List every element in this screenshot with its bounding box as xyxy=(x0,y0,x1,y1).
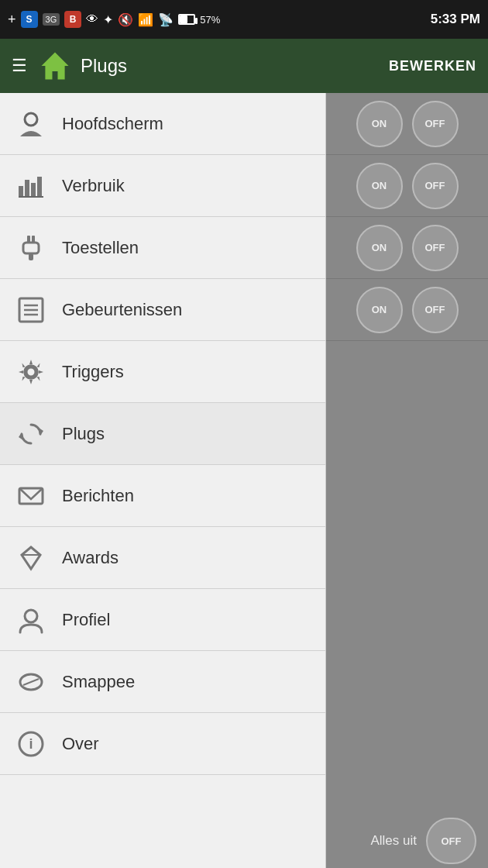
svg-rect-5 xyxy=(37,177,42,197)
info-icon: i xyxy=(14,727,48,761)
skype-icon: S xyxy=(21,11,38,28)
menu-item-over[interactable]: i Over xyxy=(0,713,325,775)
on-button-2[interactable]: ON xyxy=(356,163,403,209)
off-button-2[interactable]: OFF xyxy=(412,163,459,209)
toggle-row-1: ON OFF xyxy=(326,93,488,155)
bnr-icon: B xyxy=(64,11,81,28)
status-icons-left: + S 3G B 👁 ✦ 🔇 📶 📡 57% xyxy=(8,11,220,28)
bewerken-button[interactable]: BEWERKEN xyxy=(389,58,476,74)
person-icon xyxy=(14,603,48,637)
menu-item-verbruik[interactable]: Verbruik xyxy=(0,155,325,217)
diamond-icon xyxy=(14,541,48,575)
list-icon xyxy=(14,293,48,327)
right-panel: ON OFF ON OFF ON OFF ON OFF xyxy=(326,93,488,868)
off-button-3[interactable]: OFF xyxy=(412,225,459,271)
menu-item-smappee[interactable]: Smappee xyxy=(0,651,325,713)
menu-item-awards[interactable]: Awards xyxy=(0,527,325,589)
bottom-row: Alles uit OFF xyxy=(326,814,488,868)
menu-label-over: Over xyxy=(62,734,99,754)
menu-item-triggers[interactable]: Triggers xyxy=(0,341,325,403)
plug-icon xyxy=(14,231,48,265)
menu-item-hoofdscherm[interactable]: Hoofdscherm xyxy=(0,93,325,155)
menu-label-profiel: Profiel xyxy=(62,610,110,630)
right-spacer xyxy=(326,341,488,868)
svg-rect-3 xyxy=(25,180,29,197)
menu-label-berichten: Berichten xyxy=(62,486,134,506)
battery-icon xyxy=(178,14,195,25)
menu-label-smappee: Smappee xyxy=(62,672,135,692)
svg-marker-20 xyxy=(22,547,40,569)
bluetooth-icon: ✦ xyxy=(103,12,113,27)
eraser-icon xyxy=(14,665,48,699)
left-menu: Hoofdscherm Verbruik xyxy=(0,93,326,868)
svg-marker-0 xyxy=(42,53,69,80)
menu-label-hoofdscherm: Hoofdscherm xyxy=(62,114,163,134)
eye-icon: 👁 xyxy=(86,12,98,26)
svg-text:i: i xyxy=(29,736,33,752)
menu-item-berichten[interactable]: Berichten xyxy=(0,465,325,527)
alles-uit-off-button[interactable]: OFF xyxy=(426,818,476,864)
menu-label-plugs: Plugs xyxy=(62,424,105,444)
off-button-1[interactable]: OFF xyxy=(412,101,459,147)
toggle-row-4: ON OFF xyxy=(326,279,488,341)
refresh-icon xyxy=(14,417,48,451)
menu-label-gebeurtenissen: Gebeurtenissen xyxy=(62,300,182,320)
status-time: 5:33 PM xyxy=(431,12,480,27)
svg-point-22 xyxy=(25,610,37,622)
svg-rect-9 xyxy=(23,243,39,253)
hamburger-icon[interactable]: ☰ xyxy=(12,56,27,76)
menu-label-verbruik: Verbruik xyxy=(62,176,125,196)
wifi-icon: 📶 xyxy=(138,12,153,27)
toggle-row-3: ON OFF xyxy=(326,217,488,279)
toggle-row-2: ON OFF xyxy=(326,155,488,217)
main-content: Hoofdscherm Verbruik xyxy=(0,93,488,868)
svg-line-24 xyxy=(23,679,39,685)
svg-point-1 xyxy=(25,113,37,126)
on-button-4[interactable]: ON xyxy=(356,287,403,333)
svg-rect-10 xyxy=(29,253,33,260)
plus-icon: + xyxy=(8,12,16,28)
menu-label-awards: Awards xyxy=(62,548,119,568)
menu-item-gebeurtenissen[interactable]: Gebeurtenissen xyxy=(0,279,325,341)
gear-icon xyxy=(14,355,48,389)
svg-rect-2 xyxy=(19,186,23,197)
menu-label-triggers: Triggers xyxy=(62,362,124,382)
battery-percent: 57% xyxy=(200,14,220,26)
menu-item-toestellen[interactable]: Toestellen xyxy=(0,217,325,279)
svg-point-15 xyxy=(26,367,36,377)
status-right: 5:33 PM xyxy=(431,12,480,27)
menu-item-plugs[interactable]: Plugs xyxy=(0,403,325,465)
mute-icon: 🔇 xyxy=(118,12,133,27)
signal-icon: 📡 xyxy=(158,12,174,27)
svg-rect-4 xyxy=(31,183,36,197)
on-button-1[interactable]: ON xyxy=(356,101,403,147)
app-bar: ☰ Plugs BEWERKEN xyxy=(0,39,488,93)
menu-item-profiel[interactable]: Profiel xyxy=(0,589,325,651)
3g-icon: 3G xyxy=(43,13,60,26)
off-button-4[interactable]: OFF xyxy=(412,287,459,333)
home-icon xyxy=(14,107,48,141)
app-title: Plugs xyxy=(81,55,389,77)
app-logo xyxy=(39,50,71,82)
email-icon xyxy=(14,479,48,513)
status-bar: + S 3G B 👁 ✦ 🔇 📶 📡 57% 5:33 PM xyxy=(0,0,488,39)
menu-label-toestellen: Toestellen xyxy=(62,238,139,258)
on-button-3[interactable]: ON xyxy=(356,225,403,271)
alles-uit-label: Alles uit xyxy=(370,833,417,849)
chart-icon xyxy=(14,169,48,203)
